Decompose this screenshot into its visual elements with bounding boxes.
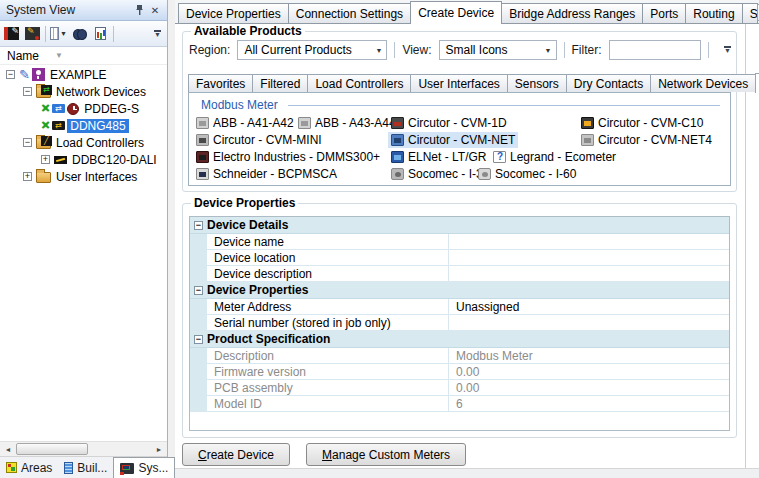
product-abb-a43[interactable]: ABB - A43-A44 <box>295 115 399 131</box>
toolbar-separator <box>394 42 395 58</box>
product-cvm-net-selected[interactable]: Circutor - CVM-NET <box>388 132 518 148</box>
region-value: All Current Products <box>244 43 351 57</box>
tab-label: Ports <box>650 7 678 21</box>
tab-buildings[interactable]: Buil... <box>58 457 113 478</box>
tab-label: Network Devices <box>658 77 748 91</box>
tab-switches[interactable]: Switches <box>742 3 758 23</box>
tree-node-ddng485[interactable]: ✕ ⇄ DDNG485 <box>0 117 167 134</box>
property-value-field[interactable] <box>449 250 729 265</box>
category-tab-favorites[interactable]: Favorites <box>188 74 253 92</box>
building-icon <box>64 462 73 474</box>
products-toolbar-overflow-button[interactable]: ▼ <box>724 46 731 54</box>
tree-horizontal-scrollbar[interactable]: ◄ ► <box>0 441 167 456</box>
tab-label: User Interfaces <box>418 77 499 91</box>
expand-icon[interactable]: + <box>41 155 50 164</box>
tab-label: Dry Contacts <box>574 77 643 91</box>
meter-icon <box>391 117 404 129</box>
collapse-icon[interactable]: − <box>194 286 203 295</box>
view-dropdown[interactable]: Small Icons ▼ <box>439 40 557 60</box>
tab-routing[interactable]: Routing <box>685 3 742 23</box>
report-icon[interactable] <box>92 26 109 42</box>
region-dropdown[interactable]: All Current Products ▼ <box>237 40 387 60</box>
tab-connection-settings[interactable]: Connection Settings <box>288 3 411 23</box>
sort-arrow-icon[interactable]: ▼ <box>55 51 63 60</box>
system-view-panel: System View ✕ ▼ ▼ Name ▼ − ✎ EXAMP <box>0 0 168 478</box>
scroll-left-icon[interactable]: ◄ <box>0 442 16 457</box>
create-device-button[interactable]: Create Device <box>182 443 290 466</box>
gateway-icon: ⇄ <box>52 104 65 113</box>
product-cvm-mini[interactable]: Circutor - CVM-MINI <box>193 132 325 148</box>
clock-icon <box>67 103 79 115</box>
pin-icon[interactable] <box>131 3 147 18</box>
property-name: Device name <box>207 234 449 249</box>
tree-node-network-devices[interactable]: − ⇄ Network Devices <box>0 83 167 100</box>
find-icon[interactable] <box>71 26 88 42</box>
category-tab-user-interfaces[interactable]: User Interfaces <box>410 74 507 92</box>
property-value-field[interactable] <box>449 266 729 281</box>
category-tab-meters[interactable]: Meters <box>755 73 759 93</box>
filter-input[interactable] <box>609 40 701 60</box>
expand-icon[interactable]: + <box>23 172 32 181</box>
category-tab-dry-contacts[interactable]: Dry Contacts <box>566 74 651 92</box>
product-dmms300[interactable]: Electro Industries - DMMS300+ <box>193 149 383 165</box>
product-schneider-bcpmsca[interactable]: Schneider - BCPMSCA <box>193 166 340 182</box>
property-value-field[interactable] <box>449 234 729 249</box>
collapse-icon[interactable]: − <box>194 221 203 230</box>
tree-node-load-controllers[interactable]: − ╱ Load Controllers <box>0 134 167 151</box>
product-legrand-ecometer[interactable]: Legrand - Ecometer <box>490 149 619 165</box>
category-tab-sensors[interactable]: Sensors <box>507 74 567 92</box>
tab-bridge-address-ranges[interactable]: Bridge Address Ranges <box>501 3 643 23</box>
property-row-device-name: Device name <box>190 234 729 250</box>
tree-node-example[interactable]: − ✎ EXAMPLE <box>0 66 167 83</box>
product-cvm-1d[interactable]: Circutor - CVM-1D <box>388 115 510 131</box>
collapse-icon[interactable]: − <box>23 138 32 147</box>
view-label: View: <box>402 43 431 57</box>
collapse-icon[interactable]: − <box>194 335 203 344</box>
category-tab-filtered[interactable]: Filtered <box>252 74 308 92</box>
close-icon[interactable]: ✕ <box>147 3 163 18</box>
tab-areas[interactable]: Areas <box>0 457 58 478</box>
property-value-field[interactable] <box>449 315 729 330</box>
areas-icon <box>6 462 17 473</box>
action-buttons: Create Device Manage Custom Meters <box>182 443 466 466</box>
category-tab-load-controllers[interactable]: Load Controllers <box>307 74 411 92</box>
tree-node-pddeg[interactable]: ✕ ⇄ PDDEG-S <box>0 100 167 117</box>
product-label: Circutor - CVM-1D <box>408 116 507 130</box>
collapse-icon[interactable]: − <box>6 70 15 79</box>
product-socomec-i60[interactable]: Socomec - I-60 <box>475 166 579 182</box>
tab-label: Sys... <box>138 461 168 475</box>
product-abb-a41[interactable]: ABB - A41-A42 <box>193 115 297 131</box>
tree-column-header[interactable]: Name ▼ <box>0 47 167 65</box>
tab-label: Sensors <box>515 77 559 91</box>
edit-offline-icon[interactable] <box>24 26 41 42</box>
tab-label: Load Controllers <box>315 77 403 91</box>
tree-node-label: Network Devices <box>53 85 149 99</box>
property-value-field[interactable]: Unassigned <box>449 299 729 314</box>
folder-icon <box>36 172 51 183</box>
manage-custom-meters-button[interactable]: Manage Custom Meters <box>306 443 466 466</box>
controller-icon <box>54 156 67 164</box>
tab-system-view[interactable]: Sys... <box>113 457 175 478</box>
collapse-icon[interactable]: − <box>23 87 32 96</box>
category-tab-network-devices[interactable]: Network Devices <box>650 74 756 92</box>
property-name: Description <box>207 348 449 363</box>
tab-create-device[interactable]: Create Device <box>410 1 502 24</box>
toolbar-overflow-button[interactable]: ▼ <box>151 25 164 43</box>
row-gutter <box>190 348 207 363</box>
product-elnet[interactable]: ELNet - LT/GR <box>388 149 489 165</box>
product-cvm-c10[interactable]: Circutor - CVM-C10 <box>578 115 706 131</box>
product-cvm-net4[interactable]: Circutor - CVM-NET4 <box>578 132 715 148</box>
scroll-right-icon[interactable]: ► <box>151 442 167 457</box>
columns-icon[interactable]: ▼ <box>50 26 67 42</box>
edit-project-icon[interactable] <box>3 26 20 42</box>
tree-node-user-interfaces[interactable]: + User Interfaces <box>0 168 167 185</box>
scrollbar-thumb[interactable] <box>16 443 88 455</box>
system-tree: − ✎ EXAMPLE − ⇄ Network Devices ✕ ⇄ PDDE… <box>0 66 167 441</box>
product-label: ABB - A41-A42 <box>213 116 294 130</box>
tab-device-properties[interactable]: Device Properties <box>178 3 289 23</box>
available-products-group: Available Products Region: All Current P… <box>182 31 737 192</box>
tab-label: Create Device <box>418 6 494 20</box>
mnemonic: M <box>322 448 332 462</box>
tab-ports[interactable]: Ports <box>642 3 686 23</box>
tree-node-ddbc120[interactable]: + DDBC120-DALI <box>0 151 167 168</box>
